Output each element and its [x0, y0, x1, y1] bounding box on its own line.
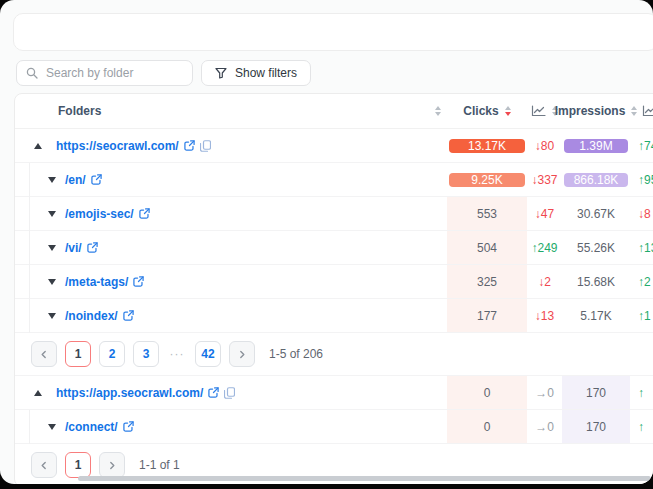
pagination-page-button[interactable]: 1	[65, 452, 91, 478]
folder-label[interactable]: /vi/	[65, 241, 82, 255]
trend-chart-icon	[642, 105, 653, 117]
clicks-delta: ↓337	[527, 163, 562, 196]
table-header: Folders Clicks Impressions	[15, 94, 653, 129]
folder-label[interactable]: https://app.seocrawl.com/	[56, 386, 203, 400]
clicks-value: 0	[447, 410, 527, 443]
impressions-delta: ↑1	[630, 299, 653, 332]
toolbar: Show filters	[16, 60, 311, 86]
column-header-folders: Folders	[15, 94, 447, 128]
external-link-icon	[91, 174, 102, 185]
impressions-delta: ↓8	[630, 197, 653, 230]
folder-link[interactable]: /en/	[65, 173, 102, 187]
expand-toggle-icon[interactable]	[47, 313, 57, 319]
expand-toggle-icon[interactable]	[47, 245, 57, 251]
collapse-toggle-icon[interactable]	[33, 143, 43, 149]
table-row: /noindex/177↓135.17K↑1	[15, 299, 653, 333]
impressions-delta: ↑	[630, 376, 653, 409]
folder-label[interactable]: /emojis-sec/	[65, 207, 134, 221]
impressions-value: 55.26K	[562, 231, 630, 264]
folder-link[interactable]: /connect/	[65, 420, 134, 434]
impressions-delta: ↑	[630, 410, 653, 443]
pagination-page-button[interactable]: 2	[99, 341, 125, 367]
folder-link[interactable]: https://app.seocrawl.com/	[56, 386, 235, 400]
clicks-column-label: Clicks	[463, 104, 498, 118]
pagination-prev-button[interactable]	[31, 452, 57, 478]
folder-link[interactable]: /vi/	[65, 241, 98, 255]
folder-label[interactable]: /noindex/	[65, 309, 118, 323]
horizontal-scrollbar[interactable]	[78, 476, 651, 481]
folder-cell: https://app.seocrawl.com/	[15, 376, 447, 409]
search-input[interactable]	[44, 65, 183, 81]
external-link-icon	[87, 242, 98, 253]
trend-chart-icon	[531, 105, 546, 117]
pagination: 123···421-5 of 206	[15, 333, 653, 376]
table-body: https://seocrawl.com/13.17K↓801.39M↑74/e…	[15, 129, 653, 484]
folder-label[interactable]: /en/	[65, 173, 86, 187]
impressions-value: 170	[562, 410, 630, 443]
clicks-value: 553	[447, 197, 527, 230]
pagination-next-button[interactable]	[99, 452, 125, 478]
impressions-value: 866.18K	[562, 163, 630, 196]
sort-icon-folders[interactable]	[435, 106, 441, 116]
pagination-prev-button[interactable]	[31, 341, 57, 367]
clicks-value: 9.25K	[447, 163, 527, 196]
impressions-delta: ↑2	[630, 265, 653, 298]
folder-link[interactable]: https://seocrawl.com/	[56, 139, 211, 153]
clicks-delta: ↓80	[527, 129, 562, 162]
show-filters-label: Show filters	[235, 66, 297, 80]
folder-link[interactable]: /emojis-sec/	[65, 207, 150, 221]
clicks-delta: →0	[527, 376, 562, 409]
clicks-value: 0	[447, 376, 527, 409]
show-filters-button[interactable]: Show filters	[201, 60, 311, 86]
pagination-next-button[interactable]	[229, 341, 255, 367]
folder-label[interactable]: /connect/	[65, 420, 118, 434]
clicks-delta: ↓13	[527, 299, 562, 332]
external-link-icon	[139, 208, 150, 219]
folders-column-label: Folders	[58, 104, 101, 118]
pagination-page-button[interactable]: 3	[133, 341, 159, 367]
folder-label[interactable]: https://seocrawl.com/	[56, 139, 179, 153]
collapse-toggle-icon[interactable]	[33, 390, 43, 396]
folder-search[interactable]	[16, 60, 193, 86]
pagination-page-button[interactable]: 42	[195, 341, 221, 367]
clicks-value: 504	[447, 231, 527, 264]
sort-icon-clicks[interactable]	[505, 106, 511, 116]
copy-icon	[200, 140, 211, 152]
folder-cell: /emojis-sec/	[15, 197, 447, 230]
impressions-value: 5.17K	[562, 299, 630, 332]
clicks-value: 13.17K	[447, 129, 527, 162]
folder-link[interactable]: /noindex/	[65, 309, 134, 323]
external-link-icon	[123, 310, 134, 321]
folder-link[interactable]: /meta-tags/	[65, 275, 144, 289]
folder-cell: /vi/	[15, 231, 447, 264]
folder-cell: /connect/	[15, 410, 447, 443]
pagination-page-button[interactable]: 1	[65, 341, 91, 367]
folder-cell: /en/	[15, 163, 447, 196]
expand-toggle-icon[interactable]	[47, 424, 57, 430]
top-panel	[13, 13, 653, 51]
clicks-value: 177	[447, 299, 527, 332]
pagination-ellipsis: ···	[167, 347, 187, 361]
pagination-summary: 1-1 of 1	[139, 458, 180, 472]
clicks-delta: ↑249	[527, 231, 562, 264]
clicks-value: 325	[447, 265, 527, 298]
external-link-icon	[133, 276, 144, 287]
pagination-summary: 1-5 of 206	[269, 347, 323, 361]
app-window: Show filters Folders Clicks Impressions	[0, 0, 653, 484]
table-row: https://app.seocrawl.com/0→0170↑	[15, 376, 653, 410]
expand-toggle-icon[interactable]	[47, 211, 57, 217]
impressions-value: 15.68K	[562, 265, 630, 298]
impressions-value: 30.67K	[562, 197, 630, 230]
column-header-impressions: Impressions	[562, 94, 630, 128]
expand-toggle-icon[interactable]	[47, 177, 57, 183]
expand-toggle-icon[interactable]	[47, 279, 57, 285]
table-row: /vi/504↑24955.26K↑13	[15, 231, 653, 265]
folder-label[interactable]: /meta-tags/	[65, 275, 128, 289]
column-header-impressions-trend	[630, 94, 653, 128]
folders-table: Folders Clicks Impressions	[14, 93, 653, 484]
impressions-value: 1.39M	[562, 129, 630, 162]
external-link-icon	[123, 421, 134, 432]
impressions-column-label: Impressions	[555, 104, 626, 118]
table-row: /en/9.25K↓337866.18K↑95	[15, 163, 653, 197]
folder-cell: https://seocrawl.com/	[15, 129, 447, 162]
